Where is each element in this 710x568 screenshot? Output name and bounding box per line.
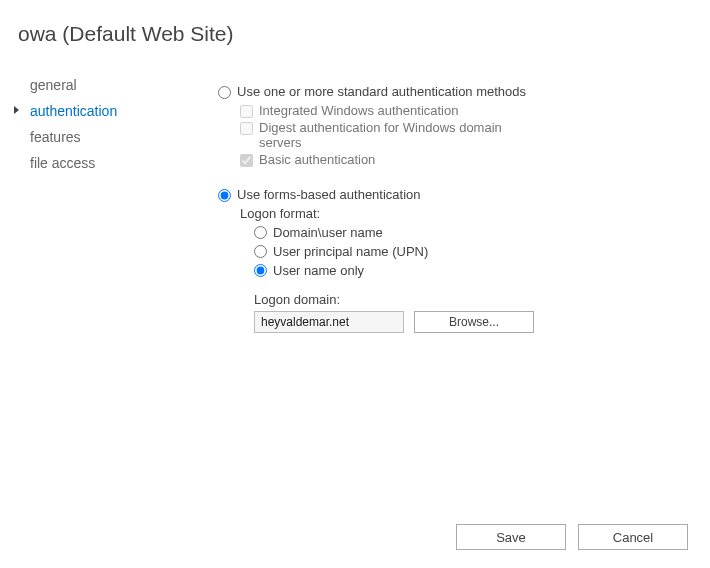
standard-auth-radio[interactable] (218, 86, 231, 99)
logon-domain-heading: Logon domain: (254, 292, 692, 307)
sidebar-item-label: file access (30, 155, 95, 171)
sidebar-item-authentication[interactable]: authentication (18, 100, 208, 122)
digest-auth-checkbox[interactable] (240, 122, 253, 135)
sidebar: general authentication features file acc… (18, 74, 218, 353)
page-title: owa (Default Web Site) (18, 22, 692, 46)
sidebar-item-label: general (30, 77, 77, 93)
sidebar-item-file-access[interactable]: file access (18, 152, 208, 174)
username-only-label: User name only (273, 263, 364, 278)
standard-auth-label: Use one or more standard authentication … (237, 84, 526, 99)
logon-domain-input[interactable] (254, 311, 404, 333)
upn-radio[interactable] (254, 245, 267, 258)
chevron-right-icon (14, 106, 19, 114)
save-button[interactable]: Save (456, 524, 566, 550)
digest-auth-label: Digest authentication for Windows domain… (259, 120, 539, 150)
main-panel: Use one or more standard authentication … (218, 74, 692, 353)
upn-label: User principal name (UPN) (273, 244, 428, 259)
domain-username-label: Domain\user name (273, 225, 383, 240)
browse-button[interactable]: Browse... (414, 311, 534, 333)
username-only-radio[interactable] (254, 264, 267, 277)
basic-auth-checkbox[interactable] (240, 154, 253, 167)
footer: Save Cancel (456, 524, 688, 550)
logon-format-heading: Logon format: (240, 206, 692, 221)
sidebar-item-features[interactable]: features (18, 126, 208, 148)
forms-auth-radio[interactable] (218, 189, 231, 202)
forms-auth-label: Use forms-based authentication (237, 187, 421, 202)
integrated-windows-label: Integrated Windows authentication (259, 103, 458, 118)
integrated-windows-checkbox[interactable] (240, 105, 253, 118)
sidebar-item-label: authentication (30, 103, 117, 119)
cancel-button[interactable]: Cancel (578, 524, 688, 550)
sidebar-item-general[interactable]: general (18, 74, 208, 96)
domain-username-radio[interactable] (254, 226, 267, 239)
basic-auth-label: Basic authentication (259, 152, 375, 167)
sidebar-item-label: features (30, 129, 81, 145)
